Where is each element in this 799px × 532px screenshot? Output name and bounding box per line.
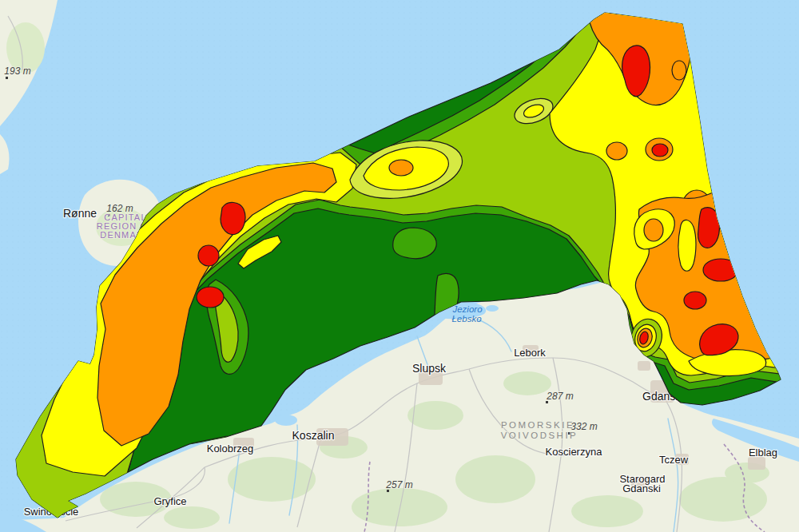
city-label: Rønne	[63, 207, 97, 220]
elevation-label: 193 m	[4, 66, 30, 77]
city-label: Koszalin	[292, 429, 335, 442]
contour-band	[672, 61, 686, 80]
contour-band	[393, 228, 436, 259]
elevation-label: 287 m	[546, 391, 573, 402]
contour-band	[684, 292, 706, 309]
contour-band	[606, 142, 627, 160]
lake-label: Jezioro	[451, 304, 483, 314]
map-canvas[interactable]: Rønne Swinoujscie Gryfice Kolobrzeg Kosz…	[0, 0, 799, 532]
region-label: POMORSKIE	[501, 420, 574, 430]
region-label: VOIVODSHIP	[501, 431, 578, 440]
city-label: Tczew	[659, 454, 689, 466]
map-svg: Rønne Swinoujscie Gryfice Kolobrzeg Kosz…	[0, 0, 799, 532]
city-label: Slupsk	[412, 362, 447, 375]
contour-band	[678, 220, 696, 271]
elevation-label: 257 m	[385, 479, 412, 490]
city-label: Kolobrzeg	[207, 443, 254, 455]
city-label: Lebork	[514, 347, 546, 359]
lake-label: Łebsko	[451, 314, 482, 324]
city-label: Elblag	[749, 447, 777, 459]
city-label: Gdanski	[622, 482, 661, 494]
contour-band	[389, 160, 413, 176]
city-label: Koscierzyna	[546, 446, 603, 458]
city-label: Gryfice	[153, 495, 186, 507]
contour-band	[221, 202, 245, 234]
contour-band	[197, 287, 224, 308]
contour-band	[198, 245, 219, 266]
contour-band	[644, 219, 663, 241]
contour-band	[652, 144, 668, 157]
